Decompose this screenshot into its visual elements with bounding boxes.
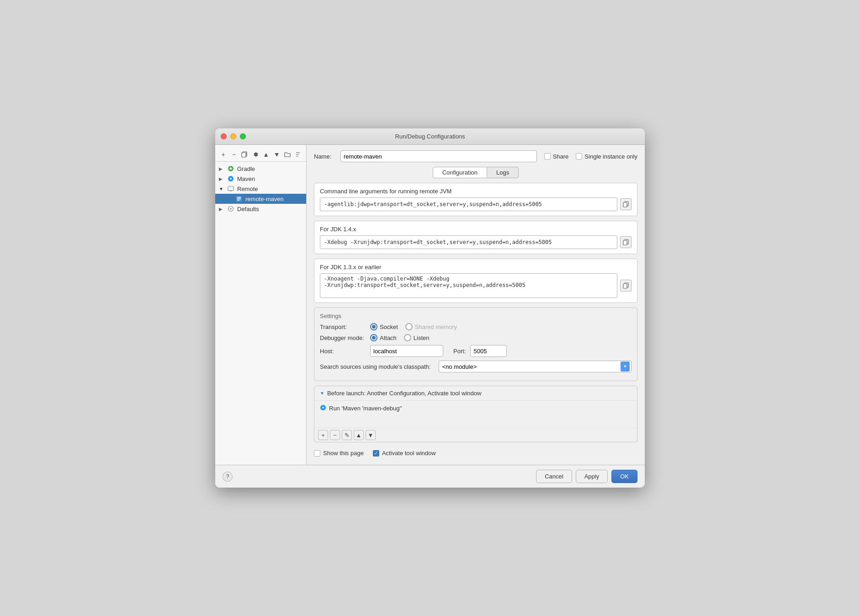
settings-title: Settings: [320, 313, 632, 319]
dialog-body: + − ▲ ▼: [215, 145, 645, 465]
jdk14-section: For JDK 1.4.x: [314, 221, 637, 254]
tab-configuration[interactable]: Configuration: [433, 167, 487, 178]
name-field-group: Name:: [314, 150, 537, 162]
shared-memory-label: Shared memory: [415, 324, 457, 330]
cmdline-copy-button[interactable]: [620, 198, 632, 210]
remote-maven-config-icon: [235, 195, 243, 202]
shared-memory-option[interactable]: Shared memory: [405, 323, 457, 330]
svg-rect-1: [242, 153, 246, 157]
sidebar-toolbar: + − ▲ ▼: [215, 148, 306, 162]
before-launch-header[interactable]: ▼ Before launch: Another Configuration, …: [314, 386, 637, 400]
tab-logs[interactable]: Logs: [487, 167, 519, 178]
move-launch-up-button[interactable]: ▲: [354, 430, 364, 440]
debugger-mode-row: Debugger mode: Attach Listen: [320, 334, 632, 341]
cmdline-input[interactable]: [320, 197, 617, 211]
name-row: Name: Share Single instance only: [314, 150, 637, 162]
cmdline-section: Command line arguments for running remot…: [314, 183, 637, 216]
move-launch-down-button[interactable]: ▼: [366, 430, 376, 440]
help-button[interactable]: ?: [223, 472, 233, 482]
settings-button[interactable]: [251, 149, 260, 159]
expand-remote-icon: ▼: [219, 186, 224, 191]
bottom-options: Show this page ✓ Activate tool window: [314, 447, 637, 459]
module-row: Search sources using module's classpath:…: [320, 361, 632, 372]
single-instance-checkbox[interactable]: [576, 153, 582, 159]
socket-label: Socket: [380, 324, 398, 330]
sidebar-item-remote[interactable]: ▼ Remote: [215, 184, 306, 194]
listen-radio[interactable]: [404, 334, 411, 341]
activate-window-checkbox[interactable]: ✓: [373, 450, 379, 457]
apply-button[interactable]: Apply: [576, 470, 608, 483]
jdk13-copy-button[interactable]: [620, 280, 632, 292]
dialog: Run/Debug Configurations + −: [215, 128, 645, 488]
show-page-label: Show this page: [323, 450, 364, 457]
remove-config-button[interactable]: −: [229, 149, 238, 159]
attach-label: Attach: [380, 335, 397, 341]
sidebar-item-maven[interactable]: ▶ Maven: [215, 174, 306, 184]
single-instance-option[interactable]: Single instance only: [576, 153, 637, 160]
ok-button[interactable]: OK: [611, 470, 637, 483]
show-page-option[interactable]: Show this page: [314, 450, 364, 457]
host-input[interactable]: [370, 345, 443, 357]
debugger-mode-label: Debugger mode:: [320, 335, 366, 341]
before-launch-list: Run 'Maven 'maven-debug'': [314, 400, 637, 428]
launch-item-label: Run 'Maven 'maven-debug'': [329, 405, 402, 412]
expand-maven-icon: ▶: [219, 176, 224, 181]
gradle-icon: [227, 165, 234, 172]
svg-rect-16: [623, 202, 627, 207]
sidebar-item-defaults[interactable]: ▶ Defaults: [215, 204, 306, 214]
cancel-button[interactable]: Cancel: [536, 470, 572, 483]
edit-launch-button[interactable]: ✎: [342, 430, 352, 440]
close-button[interactable]: [221, 133, 227, 139]
add-launch-button[interactable]: +: [318, 430, 328, 440]
listen-option[interactable]: Listen: [404, 334, 430, 341]
title-bar: Run/Debug Configurations: [215, 128, 645, 145]
footer-left: ?: [223, 472, 233, 482]
activate-window-label: Activate tool window: [382, 450, 436, 457]
dialog-title: Run/Debug Configurations: [395, 133, 465, 140]
sort-button[interactable]: [294, 149, 303, 159]
jdk14-input[interactable]: [320, 235, 617, 249]
remove-launch-button[interactable]: −: [330, 430, 340, 440]
jdk14-label: For JDK 1.4.x: [320, 226, 632, 233]
attach-option[interactable]: Attach: [370, 334, 397, 341]
name-label: Name:: [314, 153, 337, 160]
name-input[interactable]: [340, 150, 537, 162]
jdk13-textarea[interactable]: [320, 273, 617, 298]
cmdline-field-row: [320, 197, 632, 211]
sidebar-item-remote-maven[interactable]: remote-maven: [215, 194, 306, 204]
dialog-footer: ? Cancel Apply OK: [215, 465, 645, 488]
single-instance-label: Single instance only: [584, 153, 637, 160]
show-page-checkbox[interactable]: [314, 450, 320, 457]
socket-option[interactable]: Socket: [370, 323, 398, 330]
debugger-mode-radio-group: Attach Listen: [370, 334, 430, 341]
share-option[interactable]: Share: [544, 153, 569, 160]
tabs-row: Configuration Logs: [314, 167, 637, 178]
attach-radio[interactable]: [370, 334, 377, 341]
svg-rect-7: [228, 186, 234, 191]
port-label: Port:: [453, 348, 466, 355]
remote-icon: [227, 185, 234, 192]
copy-config-button[interactable]: [240, 149, 249, 159]
share-checkbox[interactable]: [544, 153, 551, 159]
main-content: Name: Share Single instance only Confi: [307, 145, 645, 465]
activate-window-option[interactable]: ✓ Activate tool window: [373, 450, 436, 457]
move-up-button[interactable]: ▲: [262, 149, 271, 159]
folder-button[interactable]: [283, 149, 292, 159]
move-down-button[interactable]: ▼: [272, 149, 281, 159]
maven-icon: [227, 175, 234, 182]
port-input[interactable]: [470, 345, 507, 357]
maximize-button[interactable]: [240, 133, 246, 139]
transport-row: Transport: Socket Shared memory: [320, 323, 632, 330]
add-config-button[interactable]: +: [219, 149, 228, 159]
module-select[interactable]: <no module>: [439, 361, 632, 372]
sidebar-item-gradle[interactable]: ▶ Gradle: [215, 164, 306, 174]
svg-rect-20: [623, 284, 627, 288]
shared-memory-radio[interactable]: [405, 323, 413, 330]
jdk14-copy-button[interactable]: [620, 236, 632, 248]
socket-radio[interactable]: [370, 323, 377, 330]
sidebar-item-remote-maven-label: remote-maven: [245, 196, 284, 202]
sidebar-item-remote-label: Remote: [237, 186, 258, 192]
minimize-button[interactable]: [230, 133, 236, 139]
sidebar: + − ▲ ▼: [215, 145, 307, 465]
expand-defaults-icon: ▶: [219, 207, 224, 212]
